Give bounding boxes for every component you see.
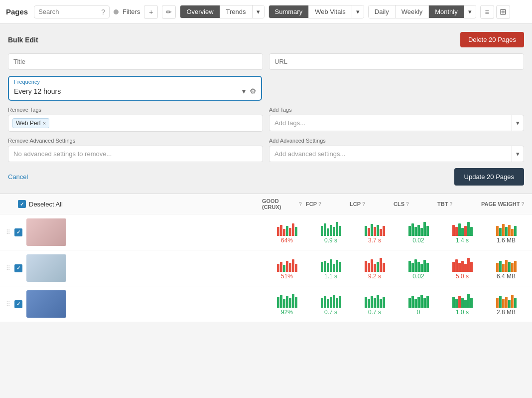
bar — [365, 261, 367, 272]
value-good-crux-2: 51% — [281, 273, 293, 280]
bar — [292, 294, 294, 308]
bar — [280, 262, 282, 272]
search-box[interactable]: ? — [34, 5, 110, 18]
remove-tags-field: Remove Tags Web Perf × — [8, 107, 263, 132]
search-input[interactable] — [38, 8, 98, 15]
cell-cls-2: 0.02 — [399, 257, 438, 280]
bars-cls-2 — [408, 257, 429, 272]
header: Pages ? Filters + ✏ Overview Trends ▾ Su… — [0, 0, 532, 24]
bar — [371, 224, 373, 236]
row-checkbox-1[interactable] — [14, 228, 22, 236]
drag-handle[interactable]: ⠿ — [6, 229, 10, 236]
delete-pages-button[interactable]: Delete 20 Pages — [460, 32, 524, 47]
add-tags-input[interactable]: Add tags... ▾ — [269, 115, 524, 131]
bars-fcp-1 — [321, 221, 341, 236]
bars-tbt-2 — [452, 257, 473, 272]
bar — [336, 298, 338, 308]
deselect-all-label[interactable]: Deselect All — [29, 200, 63, 208]
tab-trends[interactable]: Trends — [220, 5, 253, 18]
frequency-label: Frequency — [9, 77, 261, 85]
grid-view-button[interactable]: ⊞ — [496, 5, 510, 19]
tab-web-vitals[interactable]: Web Vitals — [309, 5, 352, 18]
bar — [499, 261, 502, 272]
bar — [377, 225, 379, 236]
bar — [377, 262, 379, 272]
col-page-weight: PAGE WEIGHT ? — [481, 201, 526, 207]
cell-fcp-2: 1.1 s — [311, 257, 351, 280]
thumb-image-3 — [26, 290, 66, 318]
bar — [502, 264, 505, 272]
tag-remove-button[interactable]: × — [43, 120, 46, 126]
tab-period-arrow[interactable]: ▾ — [464, 5, 476, 18]
tab-monthly[interactable]: Monthly — [429, 5, 464, 18]
tab-weekly[interactable]: Weekly — [396, 5, 429, 18]
bars-lcp-2 — [365, 257, 385, 272]
title-input[interactable] — [8, 53, 263, 70]
bar — [286, 226, 288, 236]
tab-daily[interactable]: Daily — [369, 5, 396, 18]
bars-good-crux-2 — [277, 257, 297, 272]
tab-summary[interactable]: Summary — [269, 5, 309, 18]
bar — [505, 260, 508, 272]
thumb-image-1 — [26, 218, 66, 246]
bar — [502, 224, 505, 236]
tab-overview[interactable]: Overview — [180, 5, 220, 18]
remove-advanced-input[interactable]: No advanced settings to remove... — [8, 146, 263, 162]
bar — [339, 226, 341, 236]
list-view-button[interactable]: ≡ — [480, 5, 494, 19]
bar — [289, 298, 291, 308]
bar — [330, 259, 332, 272]
bars-cls-3 — [408, 293, 429, 308]
cell-tbt-2: 5.0 s — [442, 257, 482, 280]
bar — [280, 295, 282, 308]
row-checkbox-3[interactable] — [14, 300, 22, 308]
remove-tags-input[interactable]: Web Perf × — [8, 115, 263, 132]
frequency-control[interactable]: Every 12 hours ▾ ⚙ — [9, 85, 261, 100]
frequency-chevron[interactable]: ▾ — [242, 87, 246, 95]
bar — [508, 262, 511, 272]
col-fcp-help: ? — [318, 201, 321, 207]
select-all-checkbox[interactable] — [18, 200, 26, 208]
add-advanced-arrow[interactable]: ▾ — [512, 146, 524, 162]
bar — [380, 299, 382, 308]
tab-trends-arrow[interactable]: ▾ — [253, 5, 264, 18]
bar — [505, 227, 508, 236]
add-tags-label: Add Tags — [269, 107, 524, 113]
frequency-gear-icon[interactable]: ⚙ — [250, 87, 256, 96]
bar — [458, 223, 461, 236]
bar — [455, 299, 458, 308]
add-advanced-input[interactable]: Add advanced settings... ▾ — [269, 146, 524, 162]
period-tabs: Daily Weekly Monthly ▾ — [368, 5, 476, 18]
cell-lcp-3: 0.7 s — [355, 293, 395, 316]
bar — [452, 225, 455, 236]
edit-button[interactable]: ✏ — [162, 5, 176, 19]
cell-cls-3: 0 — [399, 293, 438, 316]
bar — [423, 260, 426, 272]
cell-page-weight-3: 2.8 MB — [486, 293, 526, 316]
add-button[interactable]: + — [144, 5, 158, 19]
update-pages-button[interactable]: Update 20 Pages — [454, 168, 524, 186]
bar — [414, 227, 417, 236]
cancel-button[interactable]: Cancel — [8, 173, 28, 181]
value-cls-1: 0.02 — [412, 237, 424, 244]
value-tbt-3: 1.0 s — [456, 309, 469, 316]
bar — [330, 297, 332, 308]
deselect-all-container[interactable]: Deselect All — [18, 200, 63, 208]
col-page-weight-help: ? — [521, 201, 524, 207]
add-tags-arrow[interactable]: ▾ — [512, 115, 524, 131]
value-fcp-2: 1.1 s — [324, 273, 337, 280]
bar — [380, 258, 382, 272]
bar — [380, 229, 382, 236]
bar — [336, 222, 338, 236]
tab-report-arrow[interactable]: ▾ — [352, 5, 364, 18]
drag-handle[interactable]: ⠿ — [6, 301, 10, 308]
row-checkbox-2[interactable] — [14, 264, 22, 272]
drag-handle[interactable]: ⠿ — [6, 265, 10, 272]
filters-label[interactable]: Filters — [123, 8, 140, 15]
bar — [514, 226, 517, 236]
cell-page-weight-2: 6.4 MB — [486, 257, 526, 280]
bar — [321, 226, 323, 236]
bar — [470, 262, 473, 272]
bar — [414, 299, 417, 308]
url-input[interactable] — [269, 53, 524, 70]
